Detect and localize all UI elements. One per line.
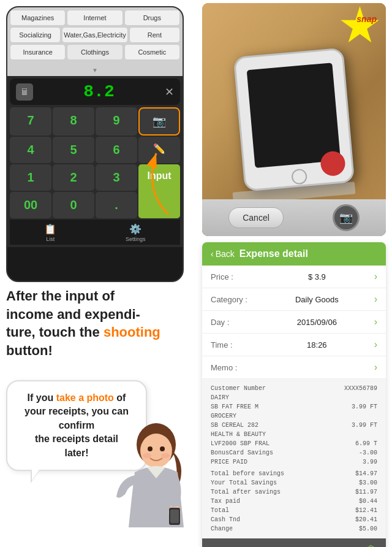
receipt-total-before-value: $14.97	[355, 469, 377, 478]
receipt-milk-price: 3.99 FT	[352, 402, 377, 411]
product-photo-panel: snap Cancel 📷	[202, 3, 386, 236]
key-00[interactable]: 00	[10, 192, 51, 218]
shutter-button[interactable]: 📷	[333, 204, 360, 231]
camera-control-bar: Cancel 📷	[202, 199, 386, 236]
category-magazines[interactable]: Magazines	[10, 10, 66, 26]
back-button[interactable]: ‹ Back	[211, 249, 235, 259]
svg-point-2	[140, 434, 172, 468]
key-5[interactable]: 5	[53, 137, 94, 163]
category-insurance[interactable]: Insurance	[10, 44, 66, 60]
display-number: 8.2	[83, 82, 114, 101]
receipt-tax-value: $0.44	[359, 497, 377, 506]
bubble-line1: If you	[28, 392, 56, 403]
bubble-line5: later!	[64, 448, 88, 458]
price-row[interactable]: Price : $ 3.9 ›	[202, 266, 386, 288]
memo-label: Memo :	[211, 363, 260, 372]
receipt-cereal-price: 3.99 FT	[352, 421, 377, 430]
category-water-gas[interactable]: Water,Gas,Electricity	[62, 27, 128, 43]
memo-row[interactable]: Memo : ›	[202, 356, 386, 379]
category-row-detail[interactable]: Category : Daily Goods ›	[202, 288, 386, 311]
device-home-button	[291, 169, 307, 185]
category-drugs[interactable]: Drugs	[124, 10, 180, 26]
day-row[interactable]: Day : 2015/09/06 ›	[202, 311, 386, 334]
receipt-bonus-value: -3.00	[359, 448, 377, 457]
receipt-line-price-paid: PRICE PAID	[211, 457, 247, 467]
snap-text: snap	[356, 14, 377, 24]
key-dot[interactable]: .	[96, 192, 137, 218]
character-illustration	[110, 417, 202, 527]
bubble-line4: the receipts detail	[35, 434, 118, 444]
back-chevron-icon: ‹	[211, 249, 214, 259]
svg-point-4	[160, 446, 165, 451]
trash-icon[interactable]: 🗑	[365, 543, 377, 547]
memo-chevron-icon: ›	[374, 362, 377, 373]
category-value: Daily Goods	[295, 295, 339, 304]
svg-point-6	[161, 453, 170, 458]
key-0[interactable]: 0	[53, 192, 94, 218]
cancel-button[interactable]: Cancel	[228, 207, 284, 228]
receipt-line-milk: SB FAT FREE M	[211, 402, 258, 411]
key-4[interactable]: 4	[10, 137, 51, 163]
day-value: 2015/09/06	[297, 318, 337, 327]
category-internet[interactable]: Internet	[67, 10, 123, 26]
expense-title: Expense detail	[239, 248, 308, 259]
receipt-line-grocery: GROCERY	[211, 411, 236, 421]
clear-button[interactable]: ✕	[165, 85, 174, 99]
edit-button[interactable]: ✏️	[138, 137, 180, 163]
receipt-savings-value: $3.00	[359, 478, 377, 488]
receipt-lvf-price: 6.99 T	[355, 439, 377, 448]
list-label: List	[46, 236, 55, 242]
receipt-total-before: Total before savings	[211, 469, 284, 478]
category-row-2: Socializing Water,Gas,Electricity Rent	[10, 27, 180, 43]
input-button[interactable]: Input	[138, 164, 180, 218]
category-clothings[interactable]: Clothings	[67, 44, 123, 60]
settings-label: Settings	[126, 236, 146, 242]
category-label: Category :	[211, 295, 260, 304]
shutter-icon: 📷	[339, 211, 353, 224]
calc-display: 🖩 8.2 ✕	[10, 78, 180, 105]
key-9[interactable]: 9	[96, 107, 137, 136]
list-icon: 📋	[44, 223, 56, 235]
svg-rect-9	[170, 510, 179, 523]
receipt-after-value: $11.97	[355, 488, 377, 497]
day-label: Day :	[211, 318, 260, 327]
key-6[interactable]: 6	[96, 137, 137, 163]
receipt-after-savings: Total after savings	[211, 488, 281, 497]
key-2[interactable]: 2	[53, 164, 94, 191]
receipt-line-cereal: SB CEREAL 282	[211, 421, 258, 430]
key-8[interactable]: 8	[53, 107, 94, 136]
category-row-3: Insurance Clothings Cosmetic	[10, 44, 180, 60]
expense-footer: 🗑	[202, 538, 386, 547]
settings-button[interactable]: ⚙️ Settings	[126, 223, 146, 242]
expense-detail-panel: ‹ Back Expense detail Price : $ 3.9 › Ca…	[202, 242, 386, 547]
list-button[interactable]: 📋 List	[44, 223, 56, 242]
time-chevron-icon: ›	[374, 339, 377, 350]
receipt-line-customer-value: XXXX56789	[344, 384, 377, 393]
receipt-line-lvf: LVF2000 SBP FRAL	[211, 439, 270, 448]
instruction-line4: button!	[6, 343, 53, 358]
key-7[interactable]: 7	[10, 107, 51, 136]
settings-icon: ⚙️	[129, 223, 141, 235]
category-socializing[interactable]: Socializing	[10, 27, 61, 43]
instruction-highlight1: shooting	[104, 324, 160, 340]
receipt-line-health: HEALTH & BEAUTY	[211, 430, 266, 439]
camera-button[interactable]: 📷	[138, 107, 180, 136]
receipt-tax: Tax paid	[211, 497, 240, 506]
receipt-price-paid-value: 3.99	[363, 457, 377, 467]
svg-point-3	[148, 446, 153, 451]
time-row[interactable]: Time : 18:26 ›	[202, 334, 386, 356]
category-rent[interactable]: Rent	[129, 27, 180, 43]
instruction-line2: income and expendi-	[6, 307, 140, 322]
scroll-indicator	[7, 63, 183, 76]
receipt-line-dairy: DAIRY	[211, 393, 229, 402]
category-cosmetic[interactable]: Cosmetic	[124, 44, 180, 60]
time-label: Time :	[211, 340, 260, 350]
receipt-line-customer-label: Customer Number	[211, 384, 266, 393]
calculator-icon: 🖩	[16, 83, 33, 101]
key-1[interactable]: 1	[10, 164, 51, 191]
key-3[interactable]: 3	[96, 164, 137, 191]
day-chevron-icon: ›	[374, 316, 377, 327]
receipt-cash-tnd: Cash Tnd	[211, 515, 240, 524]
bubble-highlight1: take a photo	[56, 392, 114, 403]
phone-mockup: Magazines Internet Drugs Socializing Wat…	[6, 6, 184, 282]
